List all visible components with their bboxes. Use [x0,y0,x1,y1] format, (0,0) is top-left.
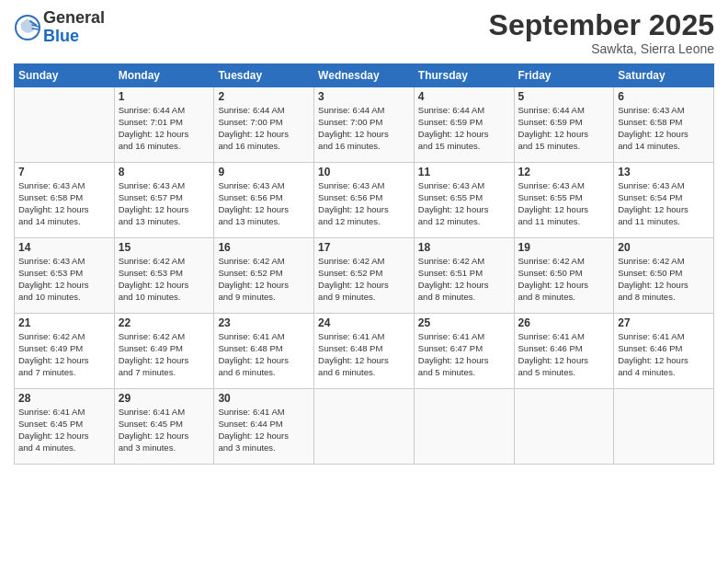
calendar-cell: 9Sunrise: 6:43 AM Sunset: 6:56 PM Daylig… [214,163,314,238]
day-number: 22 [119,316,210,329]
day-number: 15 [119,241,210,254]
day-number: 16 [218,241,310,254]
calendar-cell: 7Sunrise: 6:43 AM Sunset: 6:58 PM Daylig… [15,163,115,238]
day-info: Sunrise: 6:41 AM Sunset: 6:44 PM Dayligh… [218,407,310,454]
month-title: September 2025 [489,9,714,41]
day-number: 11 [418,166,510,178]
day-info: Sunrise: 6:44 AM Sunset: 7:00 PM Dayligh… [318,105,410,152]
day-info: Sunrise: 6:41 AM Sunset: 6:48 PM Dayligh… [318,331,410,378]
day-info: Sunrise: 6:43 AM Sunset: 6:58 PM Dayligh… [618,105,710,152]
day-info: Sunrise: 6:42 AM Sunset: 6:50 PM Dayligh… [518,256,610,303]
calendar-cell [414,389,514,465]
calendar-cell: 6Sunrise: 6:43 AM Sunset: 6:58 PM Daylig… [614,87,714,163]
day-number: 20 [618,241,710,254]
day-number: 4 [418,90,510,103]
week-row-3: 14Sunrise: 6:43 AM Sunset: 6:53 PM Dayli… [15,238,714,314]
day-info: Sunrise: 6:43 AM Sunset: 6:56 PM Dayligh… [318,180,410,227]
day-number: 19 [518,241,610,254]
week-row-4: 21Sunrise: 6:42 AM Sunset: 6:49 PM Dayli… [15,314,714,389]
day-info: Sunrise: 6:43 AM Sunset: 6:53 PM Dayligh… [18,256,110,303]
day-header-friday: Friday [514,64,614,87]
day-number: 18 [418,241,510,254]
calendar-cell: 16Sunrise: 6:42 AM Sunset: 6:52 PM Dayli… [214,238,314,314]
day-number: 12 [518,166,610,178]
calendar-cell: 11Sunrise: 6:43 AM Sunset: 6:55 PM Dayli… [414,163,514,238]
day-number: 1 [119,90,210,103]
day-info: Sunrise: 6:42 AM Sunset: 6:51 PM Dayligh… [418,256,510,303]
day-info: Sunrise: 6:42 AM Sunset: 6:52 PM Dayligh… [318,256,410,303]
day-header-tuesday: Tuesday [214,64,314,87]
logo-icon [14,14,41,41]
calendar-cell: 30Sunrise: 6:41 AM Sunset: 6:44 PM Dayli… [214,389,314,465]
calendar-cell: 19Sunrise: 6:42 AM Sunset: 6:50 PM Dayli… [514,238,614,314]
title-section: September 2025 Sawkta, Sierra Leone [489,9,714,56]
day-info: Sunrise: 6:44 AM Sunset: 6:59 PM Dayligh… [418,105,510,152]
calendar-cell: 14Sunrise: 6:43 AM Sunset: 6:53 PM Dayli… [15,238,115,314]
calendar-cell: 22Sunrise: 6:42 AM Sunset: 6:49 PM Dayli… [114,314,214,389]
day-number: 9 [218,166,310,178]
day-info: Sunrise: 6:42 AM Sunset: 6:49 PM Dayligh… [18,331,110,378]
day-header-monday: Monday [114,64,214,87]
day-info: Sunrise: 6:42 AM Sunset: 6:53 PM Dayligh… [119,256,210,303]
day-number: 24 [318,316,410,329]
calendar-cell: 5Sunrise: 6:44 AM Sunset: 6:59 PM Daylig… [514,87,614,163]
calendar-cell: 1Sunrise: 6:44 AM Sunset: 7:01 PM Daylig… [114,87,214,163]
page-container: General Blue September 2025 Sawkta, Sier… [0,0,728,474]
calendar-cell [614,389,714,465]
calendar-cell [15,87,115,163]
calendar-cell [514,389,614,465]
day-info: Sunrise: 6:43 AM Sunset: 6:58 PM Dayligh… [18,180,110,227]
calendar-cell: 8Sunrise: 6:43 AM Sunset: 6:57 PM Daylig… [114,163,214,238]
calendar-cell: 4Sunrise: 6:44 AM Sunset: 6:59 PM Daylig… [414,87,514,163]
day-info: Sunrise: 6:43 AM Sunset: 6:55 PM Dayligh… [518,180,610,227]
day-number: 28 [18,392,110,405]
day-header-thursday: Thursday [414,64,514,87]
calendar-cell: 26Sunrise: 6:41 AM Sunset: 6:46 PM Dayli… [514,314,614,389]
day-info: Sunrise: 6:43 AM Sunset: 6:55 PM Dayligh… [418,180,510,227]
logo: General Blue [14,9,105,46]
logo-general: General [43,9,105,28]
day-info: Sunrise: 6:43 AM Sunset: 6:54 PM Dayligh… [618,180,710,227]
calendar-cell: 28Sunrise: 6:41 AM Sunset: 6:45 PM Dayli… [15,389,115,465]
day-number: 14 [18,241,110,254]
day-number: 2 [218,90,310,103]
day-info: Sunrise: 6:42 AM Sunset: 6:50 PM Dayligh… [618,256,710,303]
day-number: 3 [318,90,410,103]
day-number: 6 [618,90,710,103]
calendar-cell: 25Sunrise: 6:41 AM Sunset: 6:47 PM Dayli… [414,314,514,389]
header-row: SundayMondayTuesdayWednesdayThursdayFrid… [15,64,714,87]
day-number: 8 [119,166,210,178]
day-number: 29 [119,392,210,405]
day-number: 25 [418,316,510,329]
calendar-cell: 12Sunrise: 6:43 AM Sunset: 6:55 PM Dayli… [514,163,614,238]
day-info: Sunrise: 6:43 AM Sunset: 6:57 PM Dayligh… [119,180,210,227]
calendar-cell: 13Sunrise: 6:43 AM Sunset: 6:54 PM Dayli… [614,163,714,238]
day-number: 7 [18,166,110,178]
calendar-table: SundayMondayTuesdayWednesdayThursdayFrid… [14,63,714,465]
calendar-cell: 23Sunrise: 6:41 AM Sunset: 6:48 PM Dayli… [214,314,314,389]
day-number: 10 [318,166,410,178]
day-number: 13 [618,166,710,178]
calendar-cell: 18Sunrise: 6:42 AM Sunset: 6:51 PM Dayli… [414,238,514,314]
header: General Blue September 2025 Sawkta, Sier… [14,9,714,56]
calendar-cell [314,389,415,465]
calendar-cell: 3Sunrise: 6:44 AM Sunset: 7:00 PM Daylig… [314,87,415,163]
location: Sawkta, Sierra Leone [489,41,714,56]
day-info: Sunrise: 6:41 AM Sunset: 6:48 PM Dayligh… [218,331,310,378]
week-row-1: 1Sunrise: 6:44 AM Sunset: 7:01 PM Daylig… [15,87,714,163]
day-header-saturday: Saturday [614,64,714,87]
day-header-sunday: Sunday [15,64,115,87]
day-info: Sunrise: 6:42 AM Sunset: 6:49 PM Dayligh… [119,331,210,378]
day-info: Sunrise: 6:41 AM Sunset: 6:45 PM Dayligh… [18,407,110,454]
day-info: Sunrise: 6:44 AM Sunset: 6:59 PM Dayligh… [518,105,610,152]
calendar-cell: 2Sunrise: 6:44 AM Sunset: 7:00 PM Daylig… [214,87,314,163]
day-info: Sunrise: 6:44 AM Sunset: 7:01 PM Dayligh… [119,105,210,152]
day-header-wednesday: Wednesday [314,64,415,87]
day-number: 21 [18,316,110,329]
day-info: Sunrise: 6:41 AM Sunset: 6:47 PM Dayligh… [418,331,510,378]
calendar-cell: 29Sunrise: 6:41 AM Sunset: 6:45 PM Dayli… [114,389,214,465]
day-number: 17 [318,241,410,254]
week-row-5: 28Sunrise: 6:41 AM Sunset: 6:45 PM Dayli… [15,389,714,465]
day-info: Sunrise: 6:41 AM Sunset: 6:45 PM Dayligh… [119,407,210,454]
day-info: Sunrise: 6:43 AM Sunset: 6:56 PM Dayligh… [218,180,310,227]
